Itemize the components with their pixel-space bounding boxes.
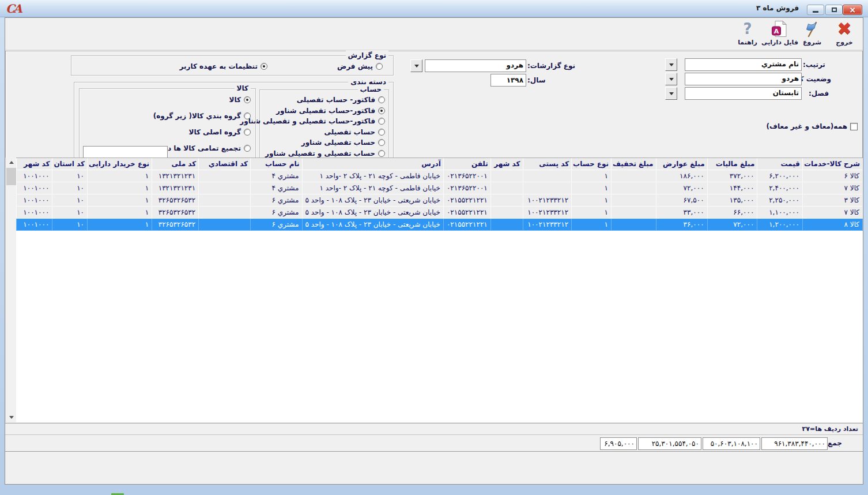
- table-cell[interactable]: ۲,۴۰۰,۰۰۰: [757, 182, 803, 194]
- column-header[interactable]: کد پستی: [523, 158, 572, 170]
- table-cell[interactable]: ۰۲۱۵۵۲۲۱۲۲۱: [443, 206, 490, 218]
- table-cell[interactable]: [611, 206, 656, 218]
- radio-goods-subgroup[interactable]: گروه بندي کالا( زیر گروه): [153, 111, 251, 121]
- table-cell[interactable]: ۱: [88, 218, 152, 230]
- table-cell[interactable]: مشتري ۴: [251, 170, 302, 182]
- table-cell[interactable]: ۱: [572, 182, 612, 194]
- table-cell[interactable]: کالا ۷: [802, 206, 862, 218]
- table-cell[interactable]: ۱۸۶,۰۰۰: [656, 170, 707, 182]
- table-cell[interactable]: ۱۰۰۲۱۲۳۳۲۱۲: [523, 218, 572, 230]
- column-header[interactable]: تلفن: [443, 158, 490, 170]
- season-combo-arrow[interactable]: [665, 87, 677, 100]
- asset-file-button[interactable]: A فایل دارایی: [765, 19, 795, 49]
- table-cell[interactable]: [199, 194, 251, 206]
- table-cell[interactable]: مشتري ۴: [251, 182, 302, 194]
- table-cell[interactable]: [611, 218, 656, 230]
- table-cell[interactable]: ۰۲۱۵۵۲۲۱۲۲۱: [443, 194, 490, 206]
- table-row[interactable]: کالا ۸۱,۲۰۰,۰۰۰۷۲,۰۰۰۳۶,۰۰۰۱۱۰۰۲۱۲۳۳۲۱۲۰…: [17, 218, 863, 230]
- column-header[interactable]: کد ملی: [152, 158, 199, 170]
- radio-icon[interactable]: [378, 150, 385, 157]
- radio-goods-maingroup[interactable]: گروه اصلی کالا: [188, 127, 251, 137]
- sort-combo-arrow[interactable]: [665, 58, 677, 71]
- table-cell[interactable]: ۱: [572, 194, 612, 206]
- table-cell[interactable]: [490, 182, 523, 194]
- table-cell[interactable]: [490, 218, 523, 230]
- scroll-up-button[interactable]: [6, 158, 17, 167]
- table-cell[interactable]: ۲,۲۵۰,۰۰۰: [757, 194, 803, 206]
- table-cell[interactable]: خیابان شریعتی - خیابان ۲۳ - پلاک ۱۰۸ - و…: [302, 206, 443, 218]
- scrollbar-thumb[interactable]: [6, 168, 16, 185]
- start-button[interactable]: شروع: [797, 19, 827, 49]
- radio-icon[interactable]: [378, 118, 385, 125]
- season-combo[interactable]: تابستان: [685, 87, 802, 100]
- report-types-combo-arrow[interactable]: [410, 59, 422, 72]
- table-cell[interactable]: ۱۳۵,۰۰۰: [707, 194, 757, 206]
- table-cell[interactable]: [611, 170, 656, 182]
- checkbox-icon[interactable]: [850, 123, 858, 130]
- column-header[interactable]: نوع خریدار دارایی: [88, 158, 152, 170]
- table-cell[interactable]: ۳۳,۰۰۰: [656, 206, 707, 218]
- radio-both-accounts[interactable]: حساب تفصیلی و تفصیلی شناور: [265, 149, 385, 158]
- table-cell[interactable]: ۳۲۶۵۳۲۶۵۳۲: [152, 194, 199, 206]
- table-cell[interactable]: ۱: [88, 170, 152, 182]
- table-cell[interactable]: کالا ۶: [802, 170, 862, 182]
- sort-combo[interactable]: نام مشتري: [685, 58, 802, 71]
- table-cell[interactable]: [611, 182, 656, 194]
- radio-icon[interactable]: [376, 63, 383, 70]
- table-cell[interactable]: ۱: [572, 206, 612, 218]
- table-cell[interactable]: ۱۰۰۲۱۲۳۳۲۱۲: [523, 206, 572, 218]
- table-cell[interactable]: ۳۷۲,۰۰۰: [707, 170, 757, 182]
- table-cell[interactable]: ۱: [88, 194, 152, 206]
- close-button[interactable]: ×: [843, 5, 862, 15]
- scroll-down-button[interactable]: [6, 412, 17, 422]
- column-header[interactable]: مبلغ عوارض: [656, 158, 707, 170]
- radio-icon[interactable]: [378, 129, 385, 136]
- table-cell[interactable]: ۰۲۱۳۶۵۲۲۰۰۱: [443, 182, 490, 194]
- table-cell[interactable]: ۱۰: [52, 218, 88, 230]
- table-cell[interactable]: مشتري ۶: [251, 206, 302, 218]
- table-cell[interactable]: ۱۳۲۱۳۲۱۲۳۱: [152, 170, 199, 182]
- table-cell[interactable]: ۱۳۲۱۳۲۱۲۳۱: [152, 182, 199, 194]
- help-button[interactable]: ? راهنما: [733, 19, 763, 49]
- radio-invoice-both[interactable]: فاکتور-حساب تفصیلی و تفصیلی شناور: [240, 117, 385, 126]
- table-cell[interactable]: ۱۰۰۱۰۰۰: [17, 206, 52, 218]
- radio-detailed-account[interactable]: حساب تفصیلی: [324, 127, 385, 137]
- table-cell[interactable]: کالا ۷: [802, 182, 862, 194]
- column-header[interactable]: آدرس: [302, 158, 443, 170]
- table-cell[interactable]: [490, 170, 523, 182]
- table-cell[interactable]: ۱: [572, 170, 612, 182]
- table-cell[interactable]: خیابان فاطمی - کوچه ۲۱ - پلاک ۲ -واحد ۱: [302, 182, 443, 194]
- table-cell[interactable]: ۱۰: [52, 170, 88, 182]
- table-cell[interactable]: [199, 218, 251, 230]
- table-cell[interactable]: [199, 206, 251, 218]
- column-header[interactable]: قیمت: [757, 158, 803, 170]
- table-cell[interactable]: ۷۲,۰۰۰: [656, 182, 707, 194]
- column-header[interactable]: کد استان: [52, 158, 88, 170]
- table-cell[interactable]: [490, 194, 523, 206]
- radio-floating-account[interactable]: حساب تفصیلی شناور: [301, 138, 385, 147]
- maximize-button[interactable]: [825, 5, 843, 15]
- exit-button[interactable]: ✖ خروج: [829, 19, 859, 49]
- table-cell[interactable]: کالا ۸: [802, 218, 862, 230]
- table-cell[interactable]: ۱۰۰۲۱۲۳۳۲۱۲: [523, 194, 572, 206]
- radio-icon[interactable]: [244, 129, 251, 136]
- radio-goods[interactable]: کالا: [229, 95, 251, 104]
- column-header[interactable]: کد شهر: [490, 158, 523, 170]
- column-header[interactable]: مبلغ مالیات: [707, 158, 757, 170]
- radio-icon[interactable]: [378, 139, 385, 146]
- table-row[interactable]: کالا ۷۱,۱۰۰,۰۰۰۶۶,۰۰۰۳۳,۰۰۰۱۱۰۰۲۱۲۳۳۲۱۲۰…: [17, 206, 863, 218]
- table-cell[interactable]: مشتري ۶: [251, 218, 302, 230]
- table-cell[interactable]: ۶۶,۰۰۰: [707, 206, 757, 218]
- column-header[interactable]: نام حساب: [251, 158, 302, 170]
- column-header[interactable]: کد شهر: [17, 158, 52, 170]
- table-cell[interactable]: خیابان شریعتی - خیابان ۲۳ - پلاک ۱۰۸ - و…: [302, 194, 443, 206]
- table-cell[interactable]: ۱: [88, 182, 152, 194]
- table-cell[interactable]: ۳۶,۰۰۰: [656, 218, 707, 230]
- radio-default[interactable]: پیش فرض: [337, 62, 383, 71]
- table-cell[interactable]: ۱۴۴,۰۰۰: [707, 182, 757, 194]
- table-row[interactable]: کالا ۷۲,۴۰۰,۰۰۰۱۴۴,۰۰۰۷۲,۰۰۰۱۰۲۱۳۶۵۲۲۰۰۱…: [17, 182, 863, 194]
- table-cell[interactable]: ۱۰: [52, 182, 88, 194]
- vertical-scrollbar[interactable]: [5, 158, 16, 422]
- table-cell[interactable]: ۳۲۶۵۳۲۶۵۳۲: [152, 206, 199, 218]
- column-header[interactable]: مبلغ تخفیف: [611, 158, 656, 170]
